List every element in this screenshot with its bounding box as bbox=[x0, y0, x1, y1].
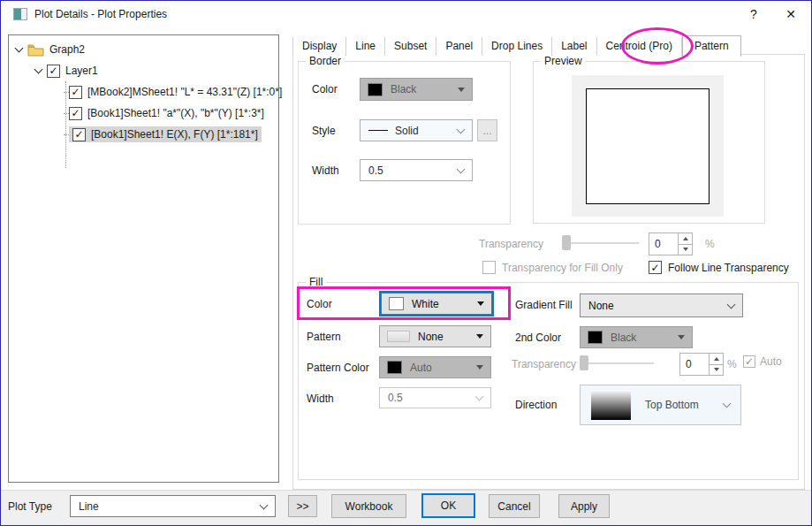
preview-fill-sample bbox=[586, 88, 710, 204]
fill-only-label: Transparency for Fill Only bbox=[502, 262, 623, 274]
transparency-slider[interactable] bbox=[566, 242, 639, 244]
chevron-down-icon bbox=[457, 164, 466, 173]
apply-button[interactable]: Apply bbox=[558, 494, 610, 518]
tab-drop-lines[interactable]: Drop Lines bbox=[482, 37, 552, 56]
auto-checkbox[interactable]: ✓ bbox=[743, 355, 755, 368]
chevron-down-icon[interactable] bbox=[15, 43, 24, 52]
app-window-icon bbox=[13, 8, 27, 20]
gradient-direction-swatch-icon bbox=[591, 390, 631, 420]
tab-pattern[interactable]: Pattern bbox=[682, 35, 741, 57]
second-color-label: 2nd Color bbox=[515, 332, 561, 344]
tree-node-label[interactable]: [Book1]Sheet1! "a*"(X), "b*"(Y) [1*:3*] bbox=[87, 107, 264, 119]
tree-node-label[interactable]: Graph2 bbox=[49, 43, 85, 56]
tab-line[interactable]: Line bbox=[346, 37, 385, 56]
transparency-label: Transparency bbox=[479, 238, 543, 250]
tree-connector bbox=[65, 81, 66, 168]
follow-line-label: Follow Line Transparency bbox=[668, 262, 789, 274]
spin-up-icon[interactable] bbox=[710, 354, 723, 365]
tab-centroid[interactable]: Centroid (Pro) bbox=[597, 37, 682, 56]
preview-canvas bbox=[572, 75, 724, 217]
spin-up-icon[interactable] bbox=[679, 233, 692, 245]
fill-width-dropdown[interactable]: 0.5 bbox=[379, 387, 491, 408]
black-swatch-icon bbox=[588, 331, 603, 344]
fill-color-dropdown[interactable]: White bbox=[381, 293, 492, 315]
border-width-dropdown[interactable]: 0.5 bbox=[360, 159, 473, 181]
expand-button[interactable]: >> bbox=[288, 495, 317, 517]
preview-group-title: Preview bbox=[541, 55, 586, 67]
fill-percent-label: % bbox=[727, 358, 737, 370]
dropdown-arrow-icon bbox=[476, 334, 483, 339]
tree-node-label[interactable]: [MBook2]MSheet1! "L* = 43.31"(Z) [1*:0*] bbox=[87, 86, 282, 98]
cancel-button[interactable]: Cancel bbox=[489, 494, 540, 518]
tab-panel[interactable]: Panel bbox=[436, 37, 482, 56]
pattern-color-label: Pattern Color bbox=[307, 362, 369, 374]
tab-label[interactable]: Label bbox=[552, 37, 596, 56]
fill-group-title: Fill bbox=[306, 276, 326, 288]
fill-transparency-spinbox[interactable]: 0 bbox=[679, 353, 724, 376]
direction-dropdown[interactable]: Top Bottom bbox=[580, 385, 741, 425]
fill-pattern-dropdown[interactable]: None bbox=[379, 325, 491, 347]
tree-node-graph[interactable]: Graph2 bbox=[16, 42, 85, 57]
plot-type-label: Plot Type bbox=[8, 500, 52, 513]
fill-transparency-label: Transparency bbox=[512, 358, 576, 370]
transparency-spinbox[interactable]: 0 bbox=[649, 233, 693, 255]
dataset-checkbox[interactable]: ✓ bbox=[69, 86, 82, 99]
close-button[interactable]: ✕ bbox=[772, 1, 809, 27]
fill-pattern-label: Pattern bbox=[307, 331, 341, 343]
chevron-down-icon bbox=[727, 300, 736, 309]
dropdown-arrow-icon bbox=[458, 88, 465, 92]
follow-line-option[interactable]: ✓ Follow Line Transparency bbox=[649, 261, 789, 274]
plot-type-dropdown[interactable]: Line bbox=[70, 495, 276, 517]
dataset-checkbox[interactable]: ✓ bbox=[69, 107, 82, 120]
chevron-down-icon bbox=[457, 125, 466, 133]
chevron-down-icon bbox=[723, 400, 732, 408]
transparency-slider-thumb[interactable] bbox=[562, 235, 571, 250]
black-swatch-icon bbox=[387, 361, 402, 374]
tab-display[interactable]: Display bbox=[292, 37, 346, 56]
second-color-dropdown[interactable]: Black bbox=[580, 326, 693, 348]
dropdown-arrow-icon bbox=[477, 301, 484, 306]
fill-only-checkbox[interactable] bbox=[482, 261, 496, 274]
black-swatch-icon bbox=[368, 83, 383, 96]
tree-node-label[interactable]: [Book1]Sheet1! E(X), F(Y) [1*:181*] bbox=[91, 128, 258, 141]
border-style-label: Style bbox=[312, 125, 336, 137]
gradient-fill-label: Gradient Fill bbox=[515, 299, 573, 311]
dataset-checkbox[interactable]: ✓ bbox=[72, 128, 86, 141]
tab-strip: Display Line Subset Panel Drop Lines Lab… bbox=[292, 35, 741, 56]
tree-node-dataset-selected[interactable]: ✓ [Book1]Sheet1! E(X), F(Y) [1*:181*] bbox=[69, 126, 262, 142]
none-pattern-swatch-icon bbox=[387, 331, 410, 342]
spin-down-icon[interactable] bbox=[679, 245, 692, 255]
workbook-button[interactable]: Workbook bbox=[331, 494, 406, 518]
tree-node-dataset[interactable]: ✓ [MBook2]MSheet1! "L* = 43.31"(Z) [1*:0… bbox=[69, 84, 282, 100]
chevron-down-icon[interactable] bbox=[34, 65, 43, 73]
layer-checkbox[interactable]: ✓ bbox=[47, 65, 60, 78]
tab-subset[interactable]: Subset bbox=[385, 37, 436, 56]
tree-node-layer[interactable]: ✓ Layer1 bbox=[35, 63, 98, 79]
border-style-dropdown[interactable]: Solid bbox=[360, 119, 473, 141]
dropdown-arrow-icon bbox=[476, 365, 483, 370]
spin-down-icon[interactable] bbox=[710, 365, 723, 376]
dialog-title: Plot Details - Plot Properties bbox=[34, 8, 167, 20]
gradient-fill-dropdown[interactable]: None bbox=[580, 293, 743, 317]
style-more-button[interactable]: ... bbox=[477, 119, 497, 141]
fill-transparency-slider-thumb[interactable] bbox=[580, 355, 588, 370]
auto-label: Auto bbox=[760, 355, 782, 368]
tree-node-label[interactable]: Layer1 bbox=[65, 65, 98, 77]
plot-tree-panel: Graph2 ✓ Layer1 ✓ [MBook2]MSheet1! "L* =… bbox=[8, 34, 279, 483]
auto-option[interactable]: ✓ Auto bbox=[743, 355, 782, 368]
tree-node-dataset[interactable]: ✓ [Book1]Sheet1! "a*"(X), "b*"(Y) [1*:3*… bbox=[69, 105, 264, 121]
border-color-label: Color bbox=[312, 83, 338, 95]
percent-label: % bbox=[705, 238, 715, 250]
fill-only-option[interactable]: Transparency for Fill Only bbox=[482, 261, 623, 274]
border-width-label: Width bbox=[312, 164, 339, 177]
direction-label: Direction bbox=[515, 399, 557, 411]
fill-transparency-slider[interactable] bbox=[583, 362, 654, 364]
preview-group: Preview bbox=[533, 61, 765, 224]
follow-line-checkbox[interactable]: ✓ bbox=[649, 261, 662, 274]
pattern-color-dropdown[interactable]: Auto bbox=[379, 356, 491, 378]
ok-button[interactable]: OK bbox=[421, 493, 475, 518]
help-button[interactable]: ? bbox=[735, 1, 772, 27]
border-group-title: Border bbox=[306, 55, 345, 67]
chevron-down-icon bbox=[475, 393, 484, 401]
border-color-dropdown[interactable]: Black bbox=[360, 78, 473, 101]
